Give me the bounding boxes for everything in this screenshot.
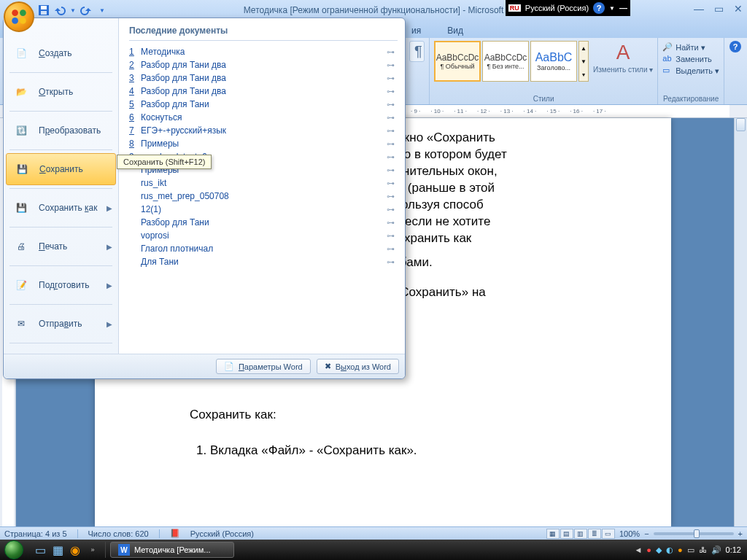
close-button[interactable]: ✕ bbox=[734, 3, 743, 15]
start-button[interactable] bbox=[0, 540, 28, 560]
redo-icon[interactable] bbox=[80, 4, 92, 16]
pin-icon[interactable]: ⊶ bbox=[387, 87, 395, 96]
menu-publish[interactable]: 🌐Опубликовать▶ bbox=[4, 346, 118, 354]
style-normal[interactable]: AaBbCcDc ¶ Обычный bbox=[434, 41, 481, 82]
recent-doc-item[interactable]: 1Методичка⊶ bbox=[129, 45, 398, 58]
recent-doc-item[interactable]: 3Разбор для Тани два⊶ bbox=[129, 71, 398, 85]
lang-dropdown-icon[interactable]: ▼ bbox=[609, 5, 615, 12]
maximize-button[interactable]: ▭ bbox=[714, 3, 724, 15]
zoom-in-button[interactable]: + bbox=[738, 529, 743, 538]
ribbon-help-icon[interactable]: ? bbox=[729, 41, 741, 52]
lang-min-icon[interactable]: — bbox=[619, 4, 627, 12]
recent-doc-item[interactable]: Для Тани⊶ bbox=[129, 255, 398, 268]
recent-doc-item[interactable]: 7ЕГЭ+-+русский+язык⊶ bbox=[129, 124, 398, 137]
pin-icon[interactable]: ⊶ bbox=[387, 218, 395, 228]
style-nospacing[interactable]: AaBbCcDc ¶ Без инте... bbox=[482, 41, 529, 82]
pin-icon[interactable]: ⊶ bbox=[387, 139, 395, 149]
qat-customize-icon[interactable]: ▼ bbox=[99, 7, 105, 14]
style-gallery-more[interactable]: ▲ ▼ ▾ bbox=[578, 41, 589, 82]
vertical-scrollbar[interactable] bbox=[734, 118, 747, 526]
pin-icon[interactable]: ⊶ bbox=[387, 113, 395, 122]
menu-convert[interactable]: 🔃Преобразовать bbox=[4, 114, 118, 147]
pin-icon[interactable]: ⊶ bbox=[387, 205, 395, 214]
pin-icon[interactable]: ⊶ bbox=[387, 61, 395, 70]
replace-button[interactable]: abЗаменить bbox=[662, 54, 719, 64]
menu-prepare[interactable]: 📝Подготовить▶ bbox=[4, 269, 118, 301]
pin-icon[interactable]: ⊶ bbox=[387, 166, 395, 175]
menu-print[interactable]: 🖨Печать▶ bbox=[4, 230, 118, 262]
ql-more-icon[interactable]: » bbox=[85, 542, 101, 558]
menu-send[interactable]: ✉Отправить▶ bbox=[4, 308, 118, 340]
recent-doc-item[interactable]: 2Разбор для Тани два⊶ bbox=[129, 58, 398, 71]
tray-icon[interactable]: ◄ bbox=[634, 545, 642, 554]
status-proofing-icon[interactable]: 📕 bbox=[170, 529, 180, 538]
undo-icon[interactable] bbox=[54, 4, 66, 16]
recent-doc-item[interactable]: 4Разбор для Тани два⊶ bbox=[129, 85, 398, 98]
zoom-level[interactable]: 100% bbox=[619, 529, 640, 538]
pin-icon[interactable]: ⊶ bbox=[387, 100, 395, 109]
undo-dropdown-icon[interactable]: ▼ bbox=[70, 7, 76, 14]
tray-icon[interactable]: ▭ bbox=[687, 545, 694, 555]
view-web-layout[interactable]: ▥ bbox=[574, 529, 587, 539]
recent-doc-item[interactable]: voprosi⊶ bbox=[129, 229, 398, 242]
pin-icon[interactable]: ⊶ bbox=[387, 244, 395, 254]
recent-doc-item[interactable]: 12(1)⊶ bbox=[129, 203, 398, 216]
recent-doc-item[interactable]: 6Коснуться⊶ bbox=[129, 111, 398, 124]
word-options-button[interactable]: 📄Параметры Word bbox=[216, 359, 311, 374]
style-heading[interactable]: AaBbC Заголово... bbox=[530, 41, 577, 82]
ql-switch-icon[interactable]: ▦ bbox=[50, 542, 66, 558]
menu-create[interactable]: 📄Создать bbox=[4, 37, 118, 69]
pin-icon[interactable]: ⊶ bbox=[387, 179, 395, 188]
pin-icon[interactable]: ⊶ bbox=[387, 47, 395, 57]
pin-icon[interactable]: ⊶ bbox=[387, 257, 395, 267]
status-language[interactable]: Русский (Россия) bbox=[190, 529, 254, 538]
recent-doc-item[interactable]: 8Примеры⊶ bbox=[129, 137, 398, 150]
scrollbar-thumb[interactable] bbox=[736, 118, 746, 131]
recent-doc-item[interactable]: Разбор для Тани⊶ bbox=[129, 216, 398, 229]
tray-icon[interactable]: ◐ bbox=[666, 545, 673, 555]
recent-doc-item[interactable]: rus_met_prep_050708⊶ bbox=[129, 190, 398, 203]
zoom-slider[interactable] bbox=[654, 532, 734, 535]
tab-partial[interactable]: ия bbox=[409, 23, 424, 38]
help-icon[interactable]: ? bbox=[593, 2, 605, 14]
zoom-knob[interactable] bbox=[694, 529, 700, 538]
status-words[interactable]: Число слов: 620 bbox=[88, 529, 149, 538]
change-styles-button[interactable]: A Изменить стили ▾ bbox=[593, 41, 653, 74]
pin-icon[interactable]: ⊶ bbox=[387, 192, 395, 201]
select-button[interactable]: ▭Выделить ▾ bbox=[662, 66, 719, 76]
tray-volume-icon[interactable]: 🔊 bbox=[711, 545, 721, 555]
tray-network-icon[interactable]: 🖧 bbox=[699, 545, 707, 554]
tray-icon[interactable]: ● bbox=[678, 545, 683, 554]
clock[interactable]: 0:12 bbox=[726, 545, 741, 554]
menu-save-as[interactable]: 💾Сохранить как▶ bbox=[4, 192, 118, 224]
recent-doc-item[interactable]: 5Разбор для Тани⊶ bbox=[129, 98, 398, 111]
office-button[interactable] bbox=[4, 1, 34, 32]
view-draft[interactable]: ▭ bbox=[602, 529, 615, 539]
tab-view[interactable]: Вид bbox=[444, 23, 466, 38]
language-bar[interactable]: RU Русский (Россия) ? ▼ — bbox=[506, 0, 630, 16]
menu-open[interactable]: 📂Открыть bbox=[4, 76, 118, 108]
tray-icon[interactable]: ◆ bbox=[656, 545, 662, 555]
recent-doc-item[interactable]: rus_ikt⊶ bbox=[129, 176, 398, 190]
pin-icon[interactable]: ⊶ bbox=[387, 152, 395, 162]
status-page[interactable]: Страница: 4 из 5 bbox=[4, 529, 67, 538]
exit-word-button[interactable]: ✖Выход из Word bbox=[317, 359, 399, 374]
recent-doc-item[interactable]: Глагол плотничал⊶ bbox=[129, 242, 398, 255]
find-button[interactable]: 🔎Найти ▾ bbox=[662, 42, 719, 52]
zoom-out-button[interactable]: − bbox=[644, 529, 649, 538]
ql-media-icon[interactable]: ◉ bbox=[67, 542, 83, 558]
pin-icon[interactable]: ⊶ bbox=[387, 126, 395, 136]
view-full-reading[interactable]: ▤ bbox=[560, 529, 573, 539]
view-print-layout[interactable]: ▦ bbox=[546, 529, 560, 539]
taskbar-word-button[interactable]: W Методичка [Режим... bbox=[110, 542, 234, 558]
pin-icon[interactable]: ⊶ bbox=[387, 74, 395, 83]
style-gallery[interactable]: AaBbCcDc ¶ Обычный AaBbCcDc ¶ Без инте..… bbox=[434, 41, 589, 82]
tray-icon[interactable]: ● bbox=[646, 545, 651, 554]
minimize-button[interactable]: — bbox=[694, 3, 704, 15]
menu-save[interactable]: 💾Сохранить bbox=[6, 153, 116, 185]
view-outline[interactable]: ≣ bbox=[588, 529, 601, 539]
save-icon[interactable] bbox=[38, 4, 50, 16]
ql-desktop-icon[interactable]: ▭ bbox=[32, 542, 48, 558]
pin-icon[interactable]: ⊶ bbox=[387, 231, 395, 241]
pilcrow-icon[interactable]: ¶ bbox=[409, 41, 425, 62]
